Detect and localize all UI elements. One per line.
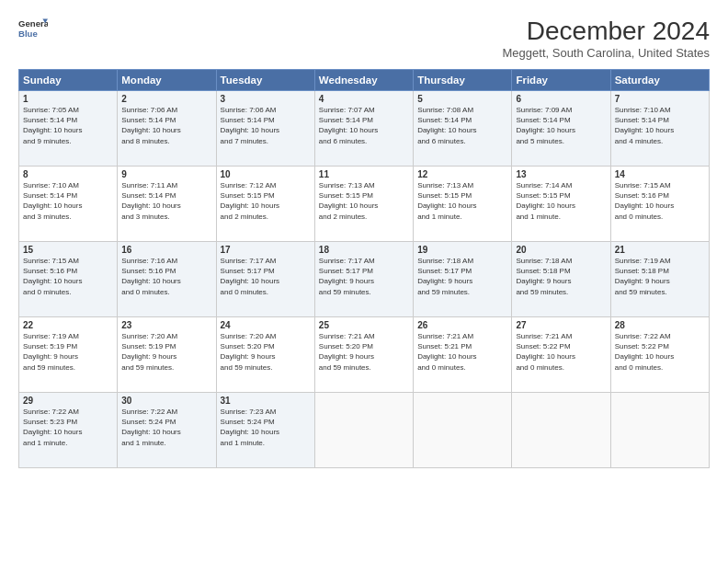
day-number: 14 [615, 169, 705, 179]
day-number: 17 [221, 245, 311, 255]
header-row: Sunday Monday Tuesday Wednesday Thursday… [19, 70, 710, 91]
day-number: 22 [23, 320, 113, 330]
calendar-cell: 18Sunrise: 7:17 AM Sunset: 5:17 PM Dayli… [314, 242, 413, 317]
day-number: 15 [23, 245, 113, 255]
day-info: Sunrise: 7:05 AM Sunset: 5:14 PM Dayligh… [23, 105, 113, 146]
calendar-cell: 26Sunrise: 7:21 AM Sunset: 5:21 PM Dayli… [414, 317, 512, 393]
day-info: Sunrise: 7:21 AM Sunset: 5:21 PM Dayligh… [417, 331, 507, 373]
calendar-cell: 25Sunrise: 7:21 AM Sunset: 5:20 PM Dayli… [314, 317, 413, 393]
day-number: 6 [516, 94, 606, 104]
day-number: 23 [121, 320, 211, 330]
calendar-cell: 3Sunrise: 7:06 AM Sunset: 5:14 PM Daylig… [216, 91, 314, 167]
day-info: Sunrise: 7:18 AM Sunset: 5:17 PM Dayligh… [417, 256, 507, 297]
calendar-cell [414, 393, 512, 468]
calendar-cell: 30Sunrise: 7:22 AM Sunset: 5:24 PM Dayli… [118, 393, 216, 468]
day-number: 20 [516, 245, 606, 255]
day-number: 21 [615, 245, 705, 255]
day-info: Sunrise: 7:21 AM Sunset: 5:20 PM Dayligh… [319, 331, 409, 373]
col-monday: Monday [118, 70, 216, 91]
calendar-cell: 14Sunrise: 7:15 AM Sunset: 5:16 PM Dayli… [610, 167, 709, 242]
day-info: Sunrise: 7:09 AM Sunset: 5:14 PM Dayligh… [516, 105, 606, 146]
col-thursday: Thursday [414, 70, 512, 91]
day-info: Sunrise: 7:17 AM Sunset: 5:17 PM Dayligh… [221, 256, 311, 297]
calendar-row-3: 22Sunrise: 7:19 AM Sunset: 5:19 PM Dayli… [19, 317, 710, 393]
calendar-cell: 11Sunrise: 7:13 AM Sunset: 5:15 PM Dayli… [314, 167, 413, 242]
calendar-cell: 17Sunrise: 7:17 AM Sunset: 5:17 PM Dayli… [216, 242, 314, 317]
day-number: 28 [615, 320, 705, 330]
day-number: 31 [221, 396, 311, 406]
calendar-cell: 2Sunrise: 7:06 AM Sunset: 5:14 PM Daylig… [118, 91, 216, 167]
title-block: December 2024 Meggett, South Carolina, U… [503, 17, 710, 60]
calendar-cell: 13Sunrise: 7:14 AM Sunset: 5:15 PM Dayli… [512, 167, 610, 242]
day-info: Sunrise: 7:18 AM Sunset: 5:18 PM Dayligh… [516, 256, 606, 297]
day-info: Sunrise: 7:20 AM Sunset: 5:20 PM Dayligh… [221, 331, 311, 373]
col-friday: Friday [512, 70, 610, 91]
location-subtitle: Meggett, South Carolina, United States [503, 46, 710, 60]
day-info: Sunrise: 7:21 AM Sunset: 5:22 PM Dayligh… [516, 331, 606, 373]
day-number: 26 [417, 320, 507, 330]
day-number: 10 [221, 169, 311, 179]
day-info: Sunrise: 7:08 AM Sunset: 5:14 PM Dayligh… [417, 105, 507, 146]
col-saturday: Saturday [610, 70, 709, 91]
calendar-cell: 19Sunrise: 7:18 AM Sunset: 5:17 PM Dayli… [414, 242, 512, 317]
day-info: Sunrise: 7:20 AM Sunset: 5:19 PM Dayligh… [121, 331, 211, 373]
day-info: Sunrise: 7:06 AM Sunset: 5:14 PM Dayligh… [121, 105, 211, 146]
col-sunday: Sunday [19, 70, 118, 91]
day-info: Sunrise: 7:17 AM Sunset: 5:17 PM Dayligh… [319, 256, 409, 297]
day-number: 11 [319, 169, 409, 179]
day-number: 7 [615, 94, 705, 104]
calendar-cell: 6Sunrise: 7:09 AM Sunset: 5:14 PM Daylig… [512, 91, 610, 167]
calendar-cell [314, 393, 413, 468]
logo: GeneralBlue [18, 17, 48, 42]
calendar-cell: 1Sunrise: 7:05 AM Sunset: 5:14 PM Daylig… [19, 91, 118, 167]
calendar-table: Sunday Monday Tuesday Wednesday Thursday… [18, 69, 710, 468]
day-info: Sunrise: 7:22 AM Sunset: 5:23 PM Dayligh… [23, 407, 113, 448]
day-number: 13 [516, 169, 606, 179]
day-info: Sunrise: 7:22 AM Sunset: 5:24 PM Dayligh… [121, 407, 211, 448]
day-number: 1 [23, 94, 113, 104]
day-number: 19 [417, 245, 507, 255]
col-tuesday: Tuesday [216, 70, 314, 91]
day-number: 27 [516, 320, 606, 330]
day-number: 29 [23, 396, 113, 406]
day-info: Sunrise: 7:22 AM Sunset: 5:22 PM Dayligh… [615, 331, 705, 373]
day-number: 12 [417, 169, 507, 179]
day-info: Sunrise: 7:11 AM Sunset: 5:14 PM Dayligh… [121, 180, 211, 222]
calendar-cell: 12Sunrise: 7:13 AM Sunset: 5:15 PM Dayli… [414, 167, 512, 242]
day-info: Sunrise: 7:19 AM Sunset: 5:19 PM Dayligh… [23, 331, 113, 373]
calendar-cell: 4Sunrise: 7:07 AM Sunset: 5:14 PM Daylig… [314, 91, 413, 167]
day-info: Sunrise: 7:13 AM Sunset: 5:15 PM Dayligh… [319, 180, 409, 222]
day-number: 3 [221, 94, 311, 104]
calendar-cell: 31Sunrise: 7:23 AM Sunset: 5:24 PM Dayli… [216, 393, 314, 468]
day-info: Sunrise: 7:10 AM Sunset: 5:14 PM Dayligh… [615, 105, 705, 146]
calendar-cell: 5Sunrise: 7:08 AM Sunset: 5:14 PM Daylig… [414, 91, 512, 167]
day-info: Sunrise: 7:10 AM Sunset: 5:14 PM Dayligh… [23, 180, 113, 222]
calendar-row-4: 29Sunrise: 7:22 AM Sunset: 5:23 PM Dayli… [19, 393, 710, 468]
day-info: Sunrise: 7:16 AM Sunset: 5:16 PM Dayligh… [121, 256, 211, 297]
day-number: 18 [319, 245, 409, 255]
calendar-cell: 16Sunrise: 7:16 AM Sunset: 5:16 PM Dayli… [118, 242, 216, 317]
calendar-cell: 27Sunrise: 7:21 AM Sunset: 5:22 PM Dayli… [512, 317, 610, 393]
day-number: 9 [121, 169, 211, 179]
calendar-cell: 29Sunrise: 7:22 AM Sunset: 5:23 PM Dayli… [19, 393, 118, 468]
svg-text:General: General [18, 18, 48, 29]
day-info: Sunrise: 7:12 AM Sunset: 5:15 PM Dayligh… [221, 180, 311, 222]
day-number: 30 [121, 396, 211, 406]
day-number: 8 [23, 169, 113, 179]
day-number: 5 [417, 94, 507, 104]
day-number: 4 [319, 94, 409, 104]
calendar-row-1: 8Sunrise: 7:10 AM Sunset: 5:14 PM Daylig… [19, 167, 710, 242]
calendar-cell: 23Sunrise: 7:20 AM Sunset: 5:19 PM Dayli… [118, 317, 216, 393]
day-number: 24 [221, 320, 311, 330]
day-info: Sunrise: 7:23 AM Sunset: 5:24 PM Dayligh… [221, 407, 311, 448]
calendar-row-2: 15Sunrise: 7:15 AM Sunset: 5:16 PM Dayli… [19, 242, 710, 317]
calendar-cell [610, 393, 709, 468]
month-title: December 2024 [503, 17, 710, 46]
day-info: Sunrise: 7:19 AM Sunset: 5:18 PM Dayligh… [615, 256, 705, 297]
day-info: Sunrise: 7:14 AM Sunset: 5:15 PM Dayligh… [516, 180, 606, 222]
day-number: 25 [319, 320, 409, 330]
calendar-cell [512, 393, 610, 468]
calendar-cell: 24Sunrise: 7:20 AM Sunset: 5:20 PM Dayli… [216, 317, 314, 393]
calendar-cell: 22Sunrise: 7:19 AM Sunset: 5:19 PM Dayli… [19, 317, 118, 393]
calendar-cell: 9Sunrise: 7:11 AM Sunset: 5:14 PM Daylig… [118, 167, 216, 242]
